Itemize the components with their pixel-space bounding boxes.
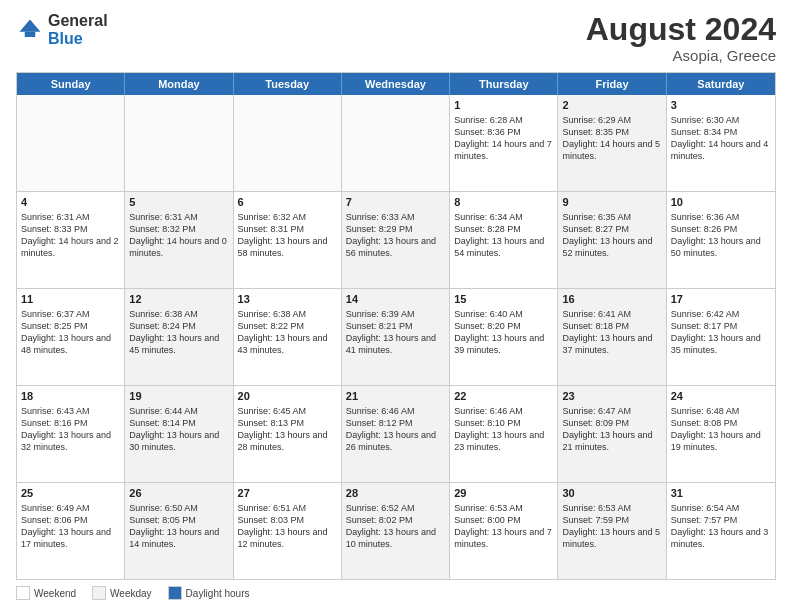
day-number: 21 — [346, 389, 445, 404]
legend-box-gray — [92, 586, 106, 600]
day-info: Sunrise: 6:46 AM Sunset: 8:10 PM Dayligh… — [454, 406, 544, 452]
day-info: Sunrise: 6:34 AM Sunset: 8:28 PM Dayligh… — [454, 212, 544, 258]
calendar-cell: 16Sunrise: 6:41 AM Sunset: 8:18 PM Dayli… — [558, 289, 666, 385]
day-number: 27 — [238, 486, 337, 501]
legend-label-weekend: Weekend — [34, 588, 76, 599]
day-info: Sunrise: 6:43 AM Sunset: 8:16 PM Dayligh… — [21, 406, 111, 452]
legend: Weekend Weekday Daylight hours — [16, 586, 776, 600]
calendar-cell: 31Sunrise: 6:54 AM Sunset: 7:57 PM Dayli… — [667, 483, 775, 579]
calendar-cell: 13Sunrise: 6:38 AM Sunset: 8:22 PM Dayli… — [234, 289, 342, 385]
calendar-row: 18Sunrise: 6:43 AM Sunset: 8:16 PM Dayli… — [17, 385, 775, 482]
calendar-cell: 21Sunrise: 6:46 AM Sunset: 8:12 PM Dayli… — [342, 386, 450, 482]
day-info: Sunrise: 6:30 AM Sunset: 8:34 PM Dayligh… — [671, 115, 769, 161]
calendar-row: 25Sunrise: 6:49 AM Sunset: 8:06 PM Dayli… — [17, 482, 775, 579]
calendar-cell: 23Sunrise: 6:47 AM Sunset: 8:09 PM Dayli… — [558, 386, 666, 482]
day-number: 6 — [238, 195, 337, 210]
day-info: Sunrise: 6:38 AM Sunset: 8:22 PM Dayligh… — [238, 309, 328, 355]
calendar-cell: 30Sunrise: 6:53 AM Sunset: 7:59 PM Dayli… — [558, 483, 666, 579]
calendar-cell: 12Sunrise: 6:38 AM Sunset: 8:24 PM Dayli… — [125, 289, 233, 385]
day-number: 24 — [671, 389, 771, 404]
calendar-cell: 10Sunrise: 6:36 AM Sunset: 8:26 PM Dayli… — [667, 192, 775, 288]
legend-item-gray: Weekday — [92, 586, 152, 600]
calendar-cell — [17, 95, 125, 191]
main-title: August 2024 — [586, 12, 776, 47]
day-info: Sunrise: 6:48 AM Sunset: 8:08 PM Dayligh… — [671, 406, 761, 452]
calendar-body: 1Sunrise: 6:28 AM Sunset: 8:36 PM Daylig… — [17, 95, 775, 579]
day-number: 1 — [454, 98, 553, 113]
calendar-cell: 19Sunrise: 6:44 AM Sunset: 8:14 PM Dayli… — [125, 386, 233, 482]
day-info: Sunrise: 6:52 AM Sunset: 8:02 PM Dayligh… — [346, 503, 436, 549]
subtitle: Asopia, Greece — [586, 47, 776, 64]
logo-text: General Blue — [48, 12, 108, 47]
calendar-cell: 4Sunrise: 6:31 AM Sunset: 8:33 PM Daylig… — [17, 192, 125, 288]
calendar-cell: 18Sunrise: 6:43 AM Sunset: 8:16 PM Dayli… — [17, 386, 125, 482]
day-info: Sunrise: 6:40 AM Sunset: 8:20 PM Dayligh… — [454, 309, 544, 355]
calendar-row: 11Sunrise: 6:37 AM Sunset: 8:25 PM Dayli… — [17, 288, 775, 385]
day-info: Sunrise: 6:29 AM Sunset: 8:35 PM Dayligh… — [562, 115, 660, 161]
calendar-cell: 7Sunrise: 6:33 AM Sunset: 8:29 PM Daylig… — [342, 192, 450, 288]
day-number: 28 — [346, 486, 445, 501]
day-info: Sunrise: 6:46 AM Sunset: 8:12 PM Dayligh… — [346, 406, 436, 452]
day-number: 20 — [238, 389, 337, 404]
day-info: Sunrise: 6:50 AM Sunset: 8:05 PM Dayligh… — [129, 503, 219, 549]
calendar-cell: 29Sunrise: 6:53 AM Sunset: 8:00 PM Dayli… — [450, 483, 558, 579]
logo-line2: Blue — [48, 30, 108, 48]
calendar-header-cell: Monday — [125, 73, 233, 95]
day-info: Sunrise: 6:35 AM Sunset: 8:27 PM Dayligh… — [562, 212, 652, 258]
day-number: 7 — [346, 195, 445, 210]
calendar-cell: 3Sunrise: 6:30 AM Sunset: 8:34 PM Daylig… — [667, 95, 775, 191]
legend-box-blue — [168, 586, 182, 600]
calendar-row: 4Sunrise: 6:31 AM Sunset: 8:33 PM Daylig… — [17, 191, 775, 288]
day-info: Sunrise: 6:41 AM Sunset: 8:18 PM Dayligh… — [562, 309, 652, 355]
calendar-cell: 2Sunrise: 6:29 AM Sunset: 8:35 PM Daylig… — [558, 95, 666, 191]
calendar-cell: 1Sunrise: 6:28 AM Sunset: 8:36 PM Daylig… — [450, 95, 558, 191]
day-number: 26 — [129, 486, 228, 501]
logo-icon — [16, 16, 44, 44]
day-number: 25 — [21, 486, 120, 501]
day-number: 13 — [238, 292, 337, 307]
day-number: 2 — [562, 98, 661, 113]
day-info: Sunrise: 6:49 AM Sunset: 8:06 PM Dayligh… — [21, 503, 111, 549]
legend-item-blue: Daylight hours — [168, 586, 250, 600]
day-number: 22 — [454, 389, 553, 404]
day-info: Sunrise: 6:32 AM Sunset: 8:31 PM Dayligh… — [238, 212, 328, 258]
day-number: 8 — [454, 195, 553, 210]
day-info: Sunrise: 6:53 AM Sunset: 7:59 PM Dayligh… — [562, 503, 660, 549]
calendar-cell: 9Sunrise: 6:35 AM Sunset: 8:27 PM Daylig… — [558, 192, 666, 288]
svg-rect-1 — [25, 31, 36, 36]
calendar-cell: 17Sunrise: 6:42 AM Sunset: 8:17 PM Dayli… — [667, 289, 775, 385]
day-info: Sunrise: 6:42 AM Sunset: 8:17 PM Dayligh… — [671, 309, 761, 355]
day-number: 17 — [671, 292, 771, 307]
day-info: Sunrise: 6:36 AM Sunset: 8:26 PM Dayligh… — [671, 212, 761, 258]
calendar-cell: 15Sunrise: 6:40 AM Sunset: 8:20 PM Dayli… — [450, 289, 558, 385]
day-info: Sunrise: 6:28 AM Sunset: 8:36 PM Dayligh… — [454, 115, 552, 161]
svg-marker-0 — [20, 19, 41, 31]
title-area: August 2024 Asopia, Greece — [586, 12, 776, 64]
day-info: Sunrise: 6:44 AM Sunset: 8:14 PM Dayligh… — [129, 406, 219, 452]
day-number: 16 — [562, 292, 661, 307]
calendar-cell: 26Sunrise: 6:50 AM Sunset: 8:05 PM Dayli… — [125, 483, 233, 579]
calendar-cell: 6Sunrise: 6:32 AM Sunset: 8:31 PM Daylig… — [234, 192, 342, 288]
day-number: 18 — [21, 389, 120, 404]
calendar-header: SundayMondayTuesdayWednesdayThursdayFrid… — [17, 73, 775, 95]
day-info: Sunrise: 6:31 AM Sunset: 8:32 PM Dayligh… — [129, 212, 227, 258]
day-info: Sunrise: 6:53 AM Sunset: 8:00 PM Dayligh… — [454, 503, 552, 549]
calendar-cell: 11Sunrise: 6:37 AM Sunset: 8:25 PM Dayli… — [17, 289, 125, 385]
calendar-cell: 22Sunrise: 6:46 AM Sunset: 8:10 PM Dayli… — [450, 386, 558, 482]
day-number: 5 — [129, 195, 228, 210]
calendar-header-cell: Sunday — [17, 73, 125, 95]
day-number: 15 — [454, 292, 553, 307]
calendar-cell: 20Sunrise: 6:45 AM Sunset: 8:13 PM Dayli… — [234, 386, 342, 482]
calendar-cell — [125, 95, 233, 191]
calendar-cell: 5Sunrise: 6:31 AM Sunset: 8:32 PM Daylig… — [125, 192, 233, 288]
logo-line1: General — [48, 12, 108, 30]
calendar-header-cell: Tuesday — [234, 73, 342, 95]
calendar-cell: 24Sunrise: 6:48 AM Sunset: 8:08 PM Dayli… — [667, 386, 775, 482]
calendar-cell — [342, 95, 450, 191]
day-info: Sunrise: 6:47 AM Sunset: 8:09 PM Dayligh… — [562, 406, 652, 452]
logo: General Blue — [16, 12, 108, 47]
day-number: 23 — [562, 389, 661, 404]
day-info: Sunrise: 6:37 AM Sunset: 8:25 PM Dayligh… — [21, 309, 111, 355]
day-number: 31 — [671, 486, 771, 501]
day-number: 9 — [562, 195, 661, 210]
